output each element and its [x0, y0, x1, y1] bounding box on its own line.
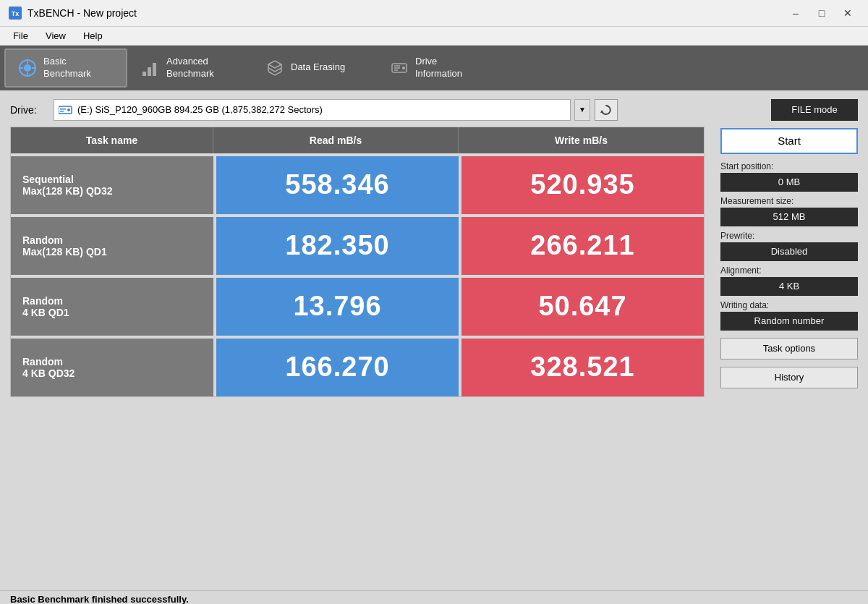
- drive-row: Drive: (E:) SiS_P120_960GB 894.25 GB (1,…: [10, 99, 858, 121]
- toolbar-basic-benchmark[interactable]: BasicBenchmark: [4, 48, 127, 88]
- maximize-button[interactable]: □: [810, 4, 833, 22]
- task-name-3: Random 4 KB QD32: [11, 339, 213, 396]
- read-value-3: 166.270: [216, 339, 459, 396]
- start-position-value: 0 MB: [720, 173, 858, 192]
- svg-marker-20: [600, 110, 604, 113]
- menu-view[interactable]: View: [38, 28, 73, 43]
- data-erasing-label: Data Erasing: [291, 61, 345, 74]
- refresh-icon: [600, 104, 612, 116]
- history-button[interactable]: History: [720, 367, 858, 388]
- window-title: TxBENCH - New project: [27, 7, 137, 19]
- read-value-2: 13.796: [216, 278, 459, 336]
- table-row: Random Max(128 KB) QD1 182.350 266.211: [11, 214, 704, 275]
- task-name-2: Random 4 KB QD1: [11, 278, 213, 336]
- file-mode-button[interactable]: FILE mode: [771, 99, 858, 121]
- app-icon: Tx: [9, 7, 22, 20]
- basic-benchmark-label: BasicBenchmark: [43, 56, 91, 80]
- drive-information-icon: [389, 58, 409, 78]
- toolbar: BasicBenchmark AdvancedBenchmark D: [0, 46, 868, 90]
- benchmark-table: Task name Read mB/s Write mB/s Sequentia…: [10, 127, 705, 397]
- prewrite-value: Disabled: [720, 242, 858, 261]
- svg-point-3: [24, 64, 31, 72]
- read-value-0: 558.346: [216, 156, 459, 214]
- title-bar: Tx TxBENCH - New project – □ ✕: [0, 0, 868, 27]
- svg-rect-19: [60, 111, 64, 112]
- status-text: Basic Benchmark finished successfully.: [10, 594, 189, 604]
- writing-data-value: Random number: [720, 312, 858, 331]
- svg-rect-18: [60, 109, 66, 110]
- header-read: Read mB/s: [213, 127, 459, 153]
- writing-data-label: Writing data:: [720, 300, 858, 310]
- left-panel: Task name Read mB/s Write mB/s Sequentia…: [10, 127, 712, 397]
- write-value-1: 266.211: [461, 217, 704, 275]
- svg-point-17: [67, 109, 70, 111]
- advanced-benchmark-label: AdvancedBenchmark: [166, 56, 214, 80]
- writing-data-group: Writing data: Random number: [720, 300, 858, 331]
- measurement-size-label: Measurement size:: [720, 196, 858, 206]
- read-value-1: 182.350: [216, 217, 459, 275]
- start-button[interactable]: Start: [720, 128, 858, 154]
- task-name-0: Sequential Max(128 KB) QD32: [11, 156, 213, 214]
- toolbar-data-erasing[interactable]: Data Erasing: [253, 48, 376, 88]
- header-write: Write mB/s: [459, 127, 704, 153]
- advanced-benchmark-icon: [140, 58, 161, 78]
- data-erasing-icon: [265, 58, 285, 78]
- start-position-label: Start position:: [720, 161, 858, 171]
- minimize-button[interactable]: –: [784, 4, 807, 22]
- table-row: Random 4 KB QD1 13.796 50.647: [11, 275, 704, 336]
- menu-help[interactable]: Help: [76, 28, 110, 43]
- title-bar-left: Tx TxBENCH - New project: [9, 7, 137, 20]
- menu-bar: File View Help: [0, 27, 868, 46]
- basic-benchmark-icon: [17, 58, 38, 78]
- drive-information-label: DriveInformation: [415, 56, 462, 80]
- toolbar-advanced-benchmark[interactable]: AdvancedBenchmark: [129, 48, 252, 88]
- alignment-label: Alignment:: [720, 265, 858, 276]
- main-content: Drive: (E:) SiS_P120_960GB 894.25 GB (1,…: [0, 90, 868, 590]
- status-bar: Basic Benchmark finished successfully.: [0, 590, 868, 604]
- svg-rect-10: [153, 63, 156, 76]
- right-panel: Start Start position: 0 MB Measurement s…: [720, 127, 858, 397]
- svg-point-12: [402, 67, 405, 69]
- header-task-name: Task name: [11, 127, 213, 153]
- drive-value: (E:) SiS_P120_960GB 894.25 GB (1,875,382…: [77, 104, 566, 115]
- write-value-2: 50.647: [461, 278, 704, 336]
- drive-label: Drive:: [10, 104, 46, 116]
- measurement-size-group: Measurement size: 512 MB: [720, 196, 858, 226]
- table-header: Task name Read mB/s Write mB/s: [11, 127, 704, 153]
- drive-dropdown-arrow[interactable]: ▼: [574, 99, 590, 121]
- close-button[interactable]: ✕: [836, 4, 859, 22]
- drive-device-icon: [59, 104, 73, 116]
- menu-file[interactable]: File: [6, 28, 35, 43]
- svg-rect-8: [142, 72, 146, 76]
- write-value-0: 520.935: [461, 156, 704, 214]
- drive-select-wrapper: (E:) SiS_P120_960GB 894.25 GB (1,875,382…: [54, 99, 618, 121]
- prewrite-group: Prewrite: Disabled: [720, 231, 858, 261]
- measurement-size-value: 512 MB: [720, 208, 858, 226]
- content-area: Task name Read mB/s Write mB/s Sequentia…: [10, 127, 858, 397]
- task-name-1: Random Max(128 KB) QD1: [11, 217, 213, 275]
- toolbar-drive-information[interactable]: DriveInformation: [378, 48, 501, 88]
- alignment-group: Alignment: 4 KB: [720, 265, 858, 296]
- table-row: Sequential Max(128 KB) QD32 558.346 520.…: [11, 153, 704, 214]
- task-options-button[interactable]: Task options: [720, 338, 858, 360]
- write-value-3: 328.521: [461, 339, 704, 396]
- prewrite-label: Prewrite:: [720, 231, 858, 241]
- drive-refresh-button[interactable]: [595, 99, 618, 121]
- alignment-value: 4 KB: [720, 277, 858, 296]
- table-row: Random 4 KB QD32 166.270 328.521: [11, 336, 704, 396]
- svg-text:Tx: Tx: [12, 10, 20, 17]
- start-position-group: Start position: 0 MB: [720, 161, 858, 192]
- svg-rect-9: [148, 67, 151, 76]
- title-controls: – □ ✕: [784, 4, 859, 22]
